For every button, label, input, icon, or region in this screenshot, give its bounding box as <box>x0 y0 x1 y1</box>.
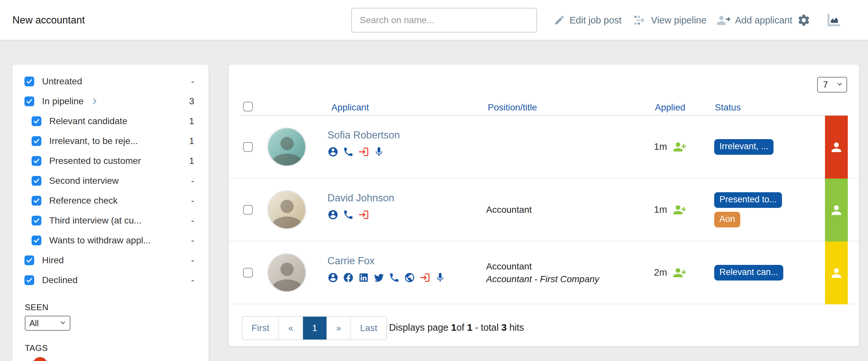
status-badge: Irrelevant, ... <box>714 139 774 155</box>
filter-count: - <box>191 215 194 226</box>
applicant-avatar[interactable] <box>267 253 306 292</box>
applicant-name-link[interactable]: Carrie Fox <box>328 255 446 267</box>
row-checkbox[interactable] <box>243 268 253 278</box>
filter-count: 1 <box>189 136 194 146</box>
phone-icon[interactable] <box>343 209 354 220</box>
statistics-chart-icon <box>826 13 841 27</box>
signin-icon[interactable] <box>358 146 369 157</box>
filter-count: - <box>191 235 194 246</box>
user-icon[interactable] <box>328 146 339 157</box>
mic-icon[interactable] <box>373 146 384 157</box>
applicant-name-block: Sofia Robertson <box>328 129 400 157</box>
applicant-name-link[interactable]: David Johnson <box>328 192 394 204</box>
applied-cell: 1m <box>654 140 686 154</box>
filter-row-relevant-candidate: Relevant candidate1 <box>12 111 209 131</box>
table-header: Applicant Position/title Applied Status <box>229 64 859 116</box>
status-badge: Aon <box>714 212 740 228</box>
seen-select[interactable]: All <box>25 316 70 331</box>
user-icon[interactable] <box>328 209 339 220</box>
applicants-table-card: 7 Applicant Position/title Applied Statu… <box>228 64 860 347</box>
filters-panel: Untreated-In pipeline3Relevant candidate… <box>12 64 209 361</box>
checkbox-checked-icon[interactable] <box>25 275 34 285</box>
topbar: New accountant Edit job post View pipeli… <box>0 0 868 40</box>
applicant-avatar[interactable] <box>267 190 306 229</box>
linkedin-icon[interactable] <box>358 272 369 283</box>
filter-label: Relevant candidate <box>49 116 127 126</box>
filter-count: 3 <box>189 96 194 107</box>
applicants-page: New accountant Edit job post View pipeli… <box>0 0 868 361</box>
applicant-name-link[interactable]: Sofia Robertson <box>328 129 400 141</box>
checkbox-checked-icon[interactable] <box>25 77 34 86</box>
chevron-right-icon[interactable] <box>90 97 99 106</box>
status-cell: Irrelevant, ... <box>714 139 774 155</box>
person-add-green-icon[interactable] <box>673 203 686 217</box>
person-add-green-icon[interactable] <box>673 140 686 154</box>
user-icon[interactable] <box>328 272 339 283</box>
filter-label: Hired <box>42 255 64 266</box>
facebook-icon[interactable] <box>343 272 354 283</box>
statistics-button[interactable] <box>826 0 841 40</box>
position-subtitle: Accountant - First Company <box>486 273 599 285</box>
checkbox-checked-icon[interactable] <box>32 116 41 126</box>
position-title: Accountant <box>486 203 532 216</box>
pagination-1[interactable]: 1 <box>302 317 327 339</box>
pagination-summary: Displays page 1of 1 - total 3 hits <box>389 316 524 339</box>
column-header-status[interactable]: Status <box>715 102 741 113</box>
filter-count: 1 <box>189 156 194 166</box>
applicant-avatar[interactable] <box>267 127 306 167</box>
signin-icon[interactable] <box>419 272 430 283</box>
add-applicant-button[interactable]: Add applicant <box>715 0 793 40</box>
checkbox-checked-icon[interactable] <box>32 156 41 166</box>
select-all-checkbox[interactable] <box>243 102 253 112</box>
pencil-icon <box>554 14 565 26</box>
checkbox-checked-icon[interactable] <box>32 136 41 146</box>
checkbox-checked-icon[interactable] <box>32 176 41 186</box>
contact-icons <box>328 146 400 157</box>
pagination-[interactable]: » <box>327 317 350 339</box>
status-color-bar <box>825 116 848 179</box>
column-header-applicant[interactable]: Applicant <box>331 102 369 113</box>
row-checkbox[interactable] <box>243 205 253 215</box>
mic-icon[interactable] <box>435 272 446 283</box>
phone-icon[interactable] <box>343 146 354 157</box>
row-checkbox[interactable] <box>243 142 253 152</box>
pagination-first[interactable]: First <box>242 317 278 339</box>
filter-row-untreated: Untreated- <box>12 71 209 91</box>
settings-button[interactable] <box>797 0 811 40</box>
person-add-green-icon[interactable] <box>673 266 686 279</box>
checkbox-checked-icon[interactable] <box>32 196 41 206</box>
status-cell: Presented to...Aon <box>714 192 782 228</box>
filter-count: - <box>191 195 194 206</box>
checkbox-checked-icon[interactable] <box>25 255 34 265</box>
checkbox-checked-icon[interactable] <box>25 96 34 106</box>
checkbox-checked-icon[interactable] <box>32 216 41 225</box>
filter-label: In pipeline <box>42 96 84 107</box>
pagination-[interactable]: « <box>278 317 302 339</box>
twitter-icon[interactable] <box>373 272 384 283</box>
applicant-name-block: Carrie Fox <box>328 255 446 283</box>
view-pipeline-label: View pipeline <box>651 15 706 26</box>
position-cell: AccountantAccountant - First Company <box>486 260 599 285</box>
column-header-applied[interactable]: Applied <box>655 102 685 113</box>
view-pipeline-button[interactable]: View pipeline <box>633 0 706 40</box>
edit-job-post-button[interactable]: Edit job post <box>554 0 622 40</box>
phone-icon[interactable] <box>389 272 400 283</box>
settings-gear-icon <box>797 13 811 27</box>
contact-icons <box>328 272 446 283</box>
applicant-name-block: David Johnson <box>328 192 394 220</box>
tag-item-rejected[interactable]: Rejected <box>33 357 209 361</box>
chevron-down-icon <box>59 318 66 328</box>
checkbox-checked-icon[interactable] <box>32 236 41 245</box>
filter-row-in-pipeline: In pipeline3 <box>12 91 209 111</box>
tags-label: TAGS <box>25 343 209 353</box>
status-badge: Presented to... <box>714 192 782 208</box>
contact-icons <box>328 209 394 220</box>
status-filter-list: Untreated-In pipeline3Relevant candidate… <box>12 64 209 290</box>
signin-icon[interactable] <box>358 209 369 220</box>
globe-icon[interactable] <box>404 272 415 283</box>
column-header-position[interactable]: Position/title <box>488 102 537 113</box>
tag-label: Rejected <box>66 360 103 361</box>
search-input[interactable] <box>351 8 537 33</box>
pagination-last[interactable]: Last <box>350 317 386 339</box>
filter-label: Reference check <box>49 195 118 206</box>
